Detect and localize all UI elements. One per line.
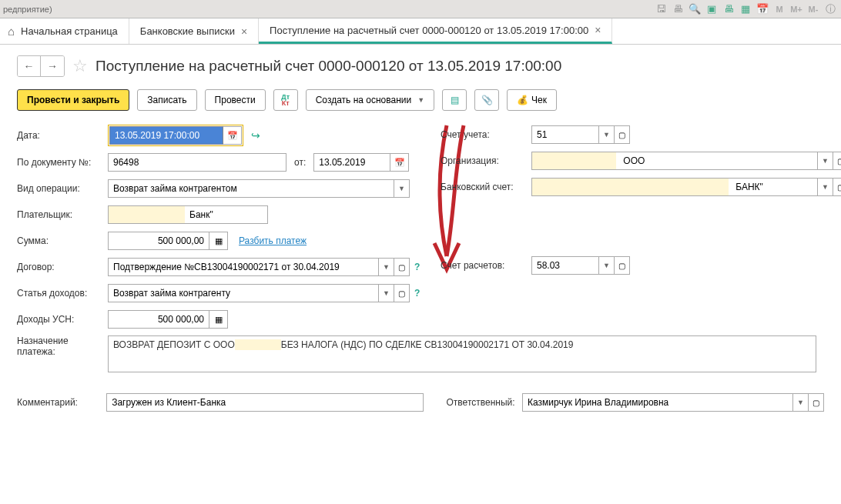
- purpose-text-post: БЕЗ НАЛОГА (НДС) ПО СДЕЛКЕ СВ13004190002…: [281, 339, 574, 350]
- label-docnum: По документу №:: [17, 157, 108, 168]
- print2-icon[interactable]: 🖶: [721, 2, 736, 16]
- label-account: Счет учета:: [441, 129, 531, 140]
- calc-button[interactable]: ▦: [209, 310, 228, 329]
- calendar-button[interactable]: 📅: [390, 153, 409, 172]
- toolbar: Провести и закрыть Записать Провести ДтК…: [17, 89, 824, 111]
- title-bar: редприятие) 🖫 🖶 🔍 ▣ 🖶 ▦ 📅 M M+ M- ⓘ: [0, 0, 841, 18]
- tab-receipt[interactable]: Поступление на расчетный счет 0000-00012…: [259, 18, 612, 44]
- post-and-close-button[interactable]: Провести и закрыть: [17, 89, 129, 111]
- settle-field[interactable]: [531, 256, 599, 275]
- label-purpose: Назначение платежа:: [17, 335, 108, 357]
- save-icon[interactable]: 🖫: [653, 2, 668, 16]
- label-responsible: Ответственный:: [447, 397, 522, 408]
- split-payment-link[interactable]: Разбить платеж: [239, 235, 307, 246]
- calendar-button[interactable]: 📅: [223, 126, 242, 145]
- dropdown-button[interactable]: ▼: [793, 393, 809, 412]
- calendar-icon[interactable]: 📅: [755, 2, 770, 16]
- dropdown-button[interactable]: ▼: [394, 179, 410, 198]
- open-button[interactable]: ▢: [394, 258, 410, 276]
- window-icon[interactable]: ▣: [704, 2, 719, 16]
- label-comment: Комментарий:: [17, 397, 106, 408]
- dropdown-button[interactable]: ▼: [599, 125, 615, 144]
- dropdown-button[interactable]: ▼: [818, 178, 833, 196]
- open-button[interactable]: ▢: [615, 256, 630, 275]
- org-field[interactable]: [616, 152, 818, 170]
- app-title-fragment: редприятие): [3, 5, 52, 14]
- purpose-field[interactable]: ВОЗВРАТ ДЕПОЗИТ С ООО БЕЗ НАЛОГА (НДС) П…: [108, 335, 816, 372]
- usn-income-field[interactable]: [108, 310, 209, 329]
- label-org: Организация:: [441, 155, 531, 166]
- tabs-bar: ⌂ Начальная страница Банковские выписки …: [0, 18, 841, 45]
- create-based-on-button[interactable]: Создать на основании ▼: [306, 89, 434, 111]
- info-icon[interactable]: ⓘ: [823, 2, 838, 16]
- dropdown-button[interactable]: ▼: [818, 152, 833, 170]
- row-comment: Комментарий: Ответственный: ▼ ▢: [17, 392, 824, 412]
- close-icon[interactable]: ×: [241, 25, 247, 38]
- green-arrow-icon[interactable]: ↪: [251, 129, 260, 142]
- dropdown-button[interactable]: ▼: [599, 256, 615, 275]
- tab-label: Банковские выписки: [140, 25, 235, 37]
- label-optype: Вид операции:: [17, 183, 108, 194]
- post-button[interactable]: Провести: [205, 89, 266, 111]
- open-button[interactable]: ▢: [615, 125, 630, 144]
- datetime-field[interactable]: [109, 126, 223, 145]
- right-column: Счет учета: ▼ ▢ Организация: ▼ ▢ Банковс…: [441, 125, 841, 282]
- dtkt-button[interactable]: ДтКт: [273, 89, 298, 111]
- optype-field[interactable]: [108, 179, 394, 198]
- m-minus-icon[interactable]: M-: [806, 2, 821, 16]
- payer-blank-field[interactable]: [108, 205, 185, 224]
- row-income: Статья доходов: ▼ ▢ ?: [17, 283, 824, 303]
- open-button[interactable]: ▢: [809, 393, 824, 412]
- open-button[interactable]: ▢: [833, 152, 841, 170]
- tab-home-label: Начальная страница: [21, 25, 118, 37]
- favorite-star-icon[interactable]: ☆: [72, 56, 88, 76]
- account-field[interactable]: [531, 125, 599, 144]
- calc-button[interactable]: ▦: [209, 232, 228, 250]
- help-icon[interactable]: ?: [414, 262, 420, 272]
- attach-button[interactable]: 📎: [474, 89, 499, 111]
- help-icon[interactable]: ?: [414, 288, 420, 299]
- dropdown-button[interactable]: ▼: [379, 284, 394, 302]
- forward-button[interactable]: →: [41, 56, 64, 76]
- content-area: ← → ☆ Поступление на расчетный счет 0000…: [0, 45, 841, 429]
- create-based-label: Создать на основании: [316, 95, 412, 105]
- docnum-field[interactable]: [108, 153, 286, 172]
- save-button[interactable]: Записать: [137, 89, 196, 111]
- back-button[interactable]: ←: [18, 56, 41, 76]
- title-bar-icons: 🖫 🖶 🔍 ▣ 🖶 ▦ 📅 M M+ M- ⓘ: [653, 2, 838, 16]
- tab-bank-statements[interactable]: Банковские выписки ×: [129, 18, 259, 44]
- label-usn: Доходы УСН:: [17, 314, 108, 325]
- tab-home[interactable]: ⌂ Начальная страница: [0, 18, 129, 44]
- responsible-field[interactable]: [522, 393, 793, 412]
- search-icon[interactable]: 🔍: [687, 2, 702, 16]
- cheque-icon: 💰: [517, 95, 528, 105]
- org-blank-field[interactable]: [531, 152, 616, 170]
- dropdown-button[interactable]: ▼: [379, 258, 394, 276]
- cheque-button[interactable]: 💰 Чек: [507, 89, 557, 111]
- open-button[interactable]: ▢: [833, 178, 841, 196]
- label-income: Статья доходов:: [17, 288, 108, 299]
- dtkt-icon: ДтКт: [281, 94, 290, 106]
- row-account: Счет учета: ▼ ▢: [441, 125, 841, 145]
- structure-button[interactable]: ▤: [442, 89, 467, 111]
- close-icon[interactable]: ×: [595, 24, 601, 36]
- contract-field[interactable]: [108, 258, 379, 276]
- bankacc-blank-field[interactable]: [531, 178, 729, 196]
- docdate-field[interactable]: [313, 153, 390, 172]
- chevron-down-icon: ▼: [417, 96, 424, 104]
- income-item-field[interactable]: [108, 284, 379, 302]
- bankacc-field[interactable]: [729, 178, 818, 196]
- page-title: Поступление на расчетный счет 0000-00012…: [95, 58, 561, 75]
- m-plus-icon[interactable]: M+: [789, 2, 804, 16]
- open-button[interactable]: ▢: [394, 284, 410, 302]
- comment-field[interactable]: [106, 393, 424, 412]
- payer-field[interactable]: [185, 205, 268, 224]
- amount-field[interactable]: [108, 232, 209, 250]
- label-bankacc: Банковский счет:: [441, 182, 531, 192]
- label-amount: Сумма:: [17, 235, 108, 246]
- m-icon[interactable]: M: [772, 2, 787, 16]
- print-icon[interactable]: 🖶: [670, 2, 685, 16]
- home-icon: ⌂: [8, 25, 15, 38]
- form-area: Дата: 📅 ↪ По документу №: от: 📅 Вид опер…: [17, 125, 824, 412]
- calc-icon[interactable]: ▦: [738, 2, 753, 16]
